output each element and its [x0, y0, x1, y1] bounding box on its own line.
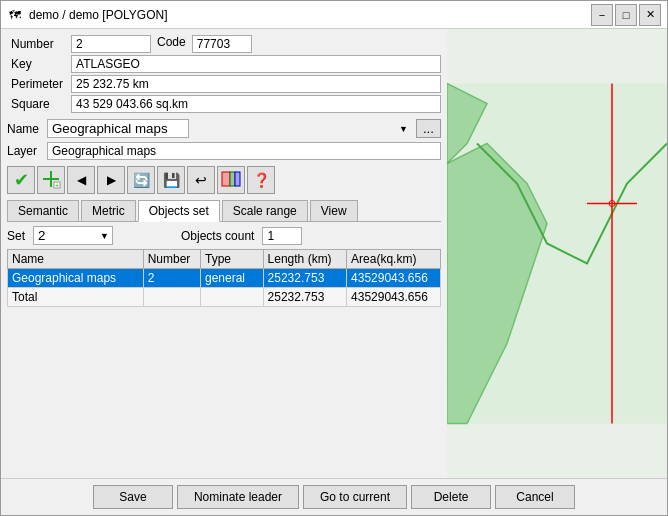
set-label: Set	[7, 229, 25, 243]
main-window: 🗺 demo / demo [POLYGON] − □ ✕ Number 2 C…	[0, 0, 668, 516]
save-icon: 💾	[163, 172, 180, 188]
number-value: 2	[71, 35, 151, 53]
set-select[interactable]: 2 1 3	[33, 226, 113, 245]
next-icon: ▶	[107, 173, 116, 187]
tab-scale-range[interactable]: Scale range	[222, 200, 308, 221]
cell-number: 2	[143, 269, 200, 288]
objects-count-label: Objects count	[181, 229, 254, 243]
help-button[interactable]: ❓	[247, 166, 275, 194]
code-label: Code	[155, 35, 188, 53]
cell-total-number	[143, 288, 200, 307]
add-icon: +	[41, 169, 61, 192]
col-type: Type	[201, 250, 264, 269]
prev-button[interactable]: ◀	[67, 166, 95, 194]
tab-objects-set[interactable]: Objects set	[138, 200, 220, 222]
app-icon: 🗺	[7, 7, 23, 23]
perimeter-value-cell: 25 232.75 km	[71, 75, 441, 93]
svg-rect-1	[50, 171, 52, 187]
tab-semantic[interactable]: Semantic	[7, 200, 79, 221]
col-length: Length (km)	[263, 250, 346, 269]
map-panel	[447, 29, 667, 478]
set-select-wrapper: 2 1 3	[33, 226, 113, 245]
check-icon: ✔	[14, 169, 29, 191]
number-label: Number	[7, 35, 67, 53]
cell-total-area: 43529043.656	[347, 288, 441, 307]
help-icon: ❓	[253, 172, 270, 188]
map-button[interactable]	[217, 166, 245, 194]
prev-icon: ◀	[77, 173, 86, 187]
undo-icon: ↩	[195, 172, 207, 188]
toolbar: ✔ + ◀ ▶	[7, 166, 441, 194]
key-value-cell: ATLASGEO	[71, 55, 441, 73]
layer-label: Layer	[7, 144, 43, 158]
save-button[interactable]: Save	[93, 485, 173, 509]
name-row: Name Geographical maps ...	[7, 119, 441, 138]
map-icon	[221, 169, 241, 192]
refresh-button[interactable]: 🔄	[127, 166, 155, 194]
filter-row: Set 2 1 3 Objects count 1	[7, 226, 441, 245]
layer-row: Layer Geographical maps	[7, 142, 441, 160]
check-button[interactable]: ✔	[7, 166, 35, 194]
square-label: Square	[7, 95, 67, 113]
objects-table: Name Number Type Length (km) Area(kq.km)…	[7, 249, 441, 307]
cell-area: 43529043.656	[347, 269, 441, 288]
col-area: Area(kq.km)	[347, 250, 441, 269]
svg-text:+: +	[55, 182, 59, 189]
cell-name: Geographical maps	[8, 269, 144, 288]
tab-metric[interactable]: Metric	[81, 200, 136, 221]
number-value-cell: 2 Code 77703	[71, 35, 441, 53]
svg-rect-6	[235, 172, 240, 186]
undo-button[interactable]: ↩	[187, 166, 215, 194]
window-controls: − □ ✕	[591, 4, 661, 26]
tab-content-objects-set: Set 2 1 3 Objects count 1	[7, 226, 441, 472]
col-number: Number	[143, 250, 200, 269]
save-toolbar-button[interactable]: 💾	[157, 166, 185, 194]
objects-count-value: 1	[262, 227, 302, 245]
nominate-leader-button[interactable]: Nominate leader	[177, 485, 299, 509]
cell-total-type	[201, 288, 264, 307]
delete-button[interactable]: Delete	[411, 485, 491, 509]
next-button[interactable]: ▶	[97, 166, 125, 194]
maximize-button[interactable]: □	[615, 4, 637, 26]
cell-total-length: 25232.753	[263, 288, 346, 307]
refresh-icon: 🔄	[133, 172, 150, 188]
minimize-button[interactable]: −	[591, 4, 613, 26]
perimeter-label: Perimeter	[7, 75, 67, 93]
go-to-current-button[interactable]: Go to current	[303, 485, 407, 509]
bottom-bar: Save Nominate leader Go to current Delet…	[1, 478, 667, 515]
table-header-row: Name Number Type Length (km) Area(kq.km)	[8, 250, 441, 269]
square-value-cell: 43 529 043.66 sq.km	[71, 95, 441, 113]
key-label: Key	[7, 55, 67, 73]
cell-type: general	[201, 269, 264, 288]
square-value: 43 529 043.66 sq.km	[71, 95, 441, 113]
map-canvas	[447, 29, 667, 478]
tab-view[interactable]: View	[310, 200, 358, 221]
table-row-total: Total 25232.753 43529043.656	[8, 288, 441, 307]
left-panel: Number 2 Code 77703 Key ATLASGEO Perimet…	[1, 29, 447, 478]
close-button[interactable]: ✕	[639, 4, 661, 26]
content-area: Number 2 Code 77703 Key ATLASGEO Perimet…	[1, 29, 667, 478]
name-select[interactable]: Geographical maps	[47, 119, 189, 138]
layer-value: Geographical maps	[47, 142, 441, 160]
key-value: ATLASGEO	[71, 55, 441, 73]
add-button[interactable]: +	[37, 166, 65, 194]
cancel-button[interactable]: Cancel	[495, 485, 575, 509]
table-row[interactable]: Geographical maps 2 general 25232.753 43…	[8, 269, 441, 288]
name-select-wrapper: Geographical maps	[47, 119, 412, 138]
perimeter-value: 25 232.75 km	[71, 75, 441, 93]
code-value: 77703	[192, 35, 252, 53]
title-bar: 🗺 demo / demo [POLYGON] − □ ✕	[1, 1, 667, 29]
info-grid: Number 2 Code 77703 Key ATLASGEO Perimet…	[7, 35, 441, 113]
cell-length: 25232.753	[263, 269, 346, 288]
svg-rect-4	[222, 172, 230, 186]
tabs: Semantic Metric Objects set Scale range …	[7, 200, 441, 222]
cell-total-name: Total	[8, 288, 144, 307]
name-label: Name	[7, 122, 43, 136]
name-extra-button[interactable]: ...	[416, 119, 441, 138]
col-name: Name	[8, 250, 144, 269]
window-title: demo / demo [POLYGON]	[29, 8, 591, 22]
svg-rect-5	[230, 172, 235, 186]
